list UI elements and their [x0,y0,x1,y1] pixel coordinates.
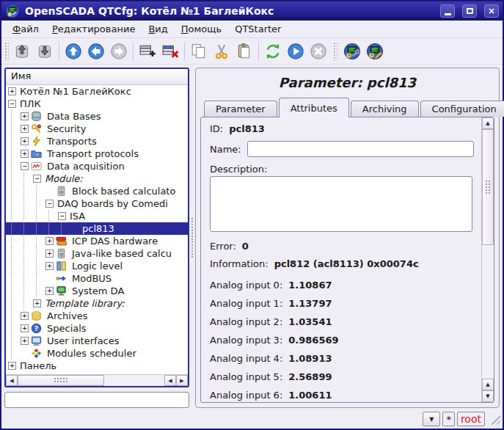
resize-grip[interactable] [489,414,500,425]
tree-item-transports[interactable]: +Transports [6,135,188,147]
current-user-badge[interactable]: root [457,412,485,426]
qtstarter-config-button[interactable] [341,40,363,62]
expander-minus-icon[interactable]: − [21,162,29,170]
paste-button[interactable] [233,40,255,62]
tree-guide-line [6,322,18,335]
tree-item-user-interfaces[interactable]: +User interfaces [6,335,188,347]
tree-item-specials[interactable]: +?Specials [6,322,188,335]
expander-plus-icon[interactable]: + [45,237,54,245]
expander-plus-icon[interactable]: + [45,287,54,295]
menu-вид[interactable]: Вид [142,22,174,36]
tree-item-панель[interactable]: +Панель [6,360,188,372]
tree-column-header[interactable]: Имя [6,69,188,85]
expander-plus-icon[interactable]: + [45,249,54,258]
up-button[interactable] [62,40,84,62]
tree-item-label: Котёл №1 БаглейКокс [18,86,133,97]
menu-qtstarter[interactable]: QTStarter [228,22,288,36]
tree-item-transport-protocols[interactable]: +Transport protocols [6,147,188,160]
tab-archiving[interactable]: Archiving [351,101,419,117]
tab-configuration[interactable]: Configuration [420,101,504,117]
tree-item-isa[interactable]: −ISA [6,210,188,222]
name-input[interactable] [247,141,474,157]
tree-item-daq-boards-by-comedi[interactable]: −DAQ boards by Comedi [6,197,188,210]
menu-редактирование[interactable]: Редактирование [45,22,142,36]
tree-item-block-based-calculato[interactable]: Block based calculato [6,185,188,197]
previous-button[interactable] [85,40,107,62]
expander-minus-icon[interactable]: − [45,200,54,208]
close-button[interactable]: × [484,4,499,18]
expander-minus-icon[interactable]: − [58,212,66,220]
next-button[interactable] [108,40,130,62]
tree-item-modules-scheduler[interactable]: Modules scheduler [6,347,188,360]
expander-minus-icon[interactable]: − [8,100,16,108]
tree-item-system-da[interactable]: +System DA [6,285,188,297]
toolbar-handle[interactable] [4,42,9,61]
expander-plus-icon[interactable]: + [21,137,29,145]
scroll-left-icon[interactable]: ◀ [6,375,18,386]
minimize-button[interactable] [440,4,455,18]
save-icon [36,43,54,60]
tree-item-module[interactable]: −Module: [6,172,188,185]
tree-item-archives[interactable]: +Archives [6,310,188,322]
menu-помощь[interactable]: Помощь [175,22,228,36]
delete-item-button[interactable] [159,40,181,62]
tree-item-logic-level[interactable]: +Logic level [6,260,188,272]
tree-filter-input[interactable] [4,392,189,408]
scroll-left-icon[interactable]: ◀ [164,375,176,386]
tree-item-плк[interactable]: −ПЛК [6,98,188,110]
tree-item-label: User interfaces [45,335,121,346]
expander-plus-icon[interactable]: + [21,337,29,345]
tree-item-котёл-1-баглейкокс[interactable]: +Котёл №1 БаглейКокс [6,85,188,98]
expander-plus-icon[interactable]: + [21,112,29,120]
tree-horizontal-scrollbar[interactable]: ◀ ◀ ▶ [6,374,188,386]
refresh-button[interactable] [262,40,284,62]
qtstarter-edit-button[interactable] [364,40,386,62]
expander-plus-icon[interactable]: + [45,262,54,270]
add-item-button[interactable] [136,40,158,62]
cut-button[interactable] [211,40,233,62]
scrollbar-track[interactable] [104,375,164,386]
copy-button[interactable] [188,40,210,62]
tree-item-data-bases[interactable]: +Data Bases [6,110,188,123]
scrollbar-thumb[interactable] [482,129,494,245]
description-textarea[interactable] [210,176,472,232]
tree-item-pcl813[interactable]: pcl813 [6,222,188,235]
scroll-up-icon[interactable]: ▲ [482,379,494,390]
scrollbar-thumb[interactable] [18,375,104,386]
scroll-down-icon[interactable]: ▼ [482,390,494,402]
maximize-button[interactable] [462,4,477,18]
panel-splitter[interactable] [189,68,195,408]
stop-button[interactable] [307,40,329,62]
tree-item-icp-das-hardware[interactable]: +ICP DAS hardware [6,235,188,247]
archives-icon [31,310,43,321]
expander-plus-icon[interactable]: + [21,125,29,133]
menu-файл[interactable]: Файл [6,22,45,36]
tree-item-java-like-based-calcu[interactable]: +Java-like based calcu [6,247,188,260]
expander-plus-icon[interactable]: + [21,324,29,332]
start-button[interactable] [285,40,307,62]
tree-item-security[interactable]: +Security [6,123,188,135]
daq-icon [31,161,43,172]
tree-item-label: Specials [45,323,88,334]
expander-minus-icon[interactable]: − [33,175,41,183]
tree-item-modbus[interactable]: ModBUS [6,272,188,285]
tree-item-data-acquisition[interactable]: −Data acquisition [6,160,188,172]
tab-parameter[interactable]: Parameter [204,101,277,117]
load-button[interactable] [11,40,33,62]
tab-attributes[interactable]: Attributes [279,98,349,117]
scroll-up-icon[interactable]: ▲ [482,117,494,129]
expander-plus-icon[interactable]: + [21,150,29,158]
analog-input-value: 1.08913 [288,353,332,364]
expander-plus-icon[interactable]: + [21,312,29,320]
tree-guide-line [6,285,18,297]
expander-plus-icon[interactable]: + [33,299,41,307]
save-button[interactable] [34,40,56,62]
tree-item-template-library[interactable]: +Template library: [6,297,188,310]
content-vertical-scrollbar[interactable]: ▲ ▲ ▼ [481,117,494,402]
scrollbar-track[interactable] [482,245,494,379]
scroll-right-icon[interactable]: ▶ [176,375,188,386]
status-dropdown-button[interactable]: ▼ [423,412,440,426]
expander-plus-icon[interactable]: + [8,87,16,95]
user-interfaces-icon [31,335,43,346]
expander-plus-icon[interactable]: + [8,362,16,370]
